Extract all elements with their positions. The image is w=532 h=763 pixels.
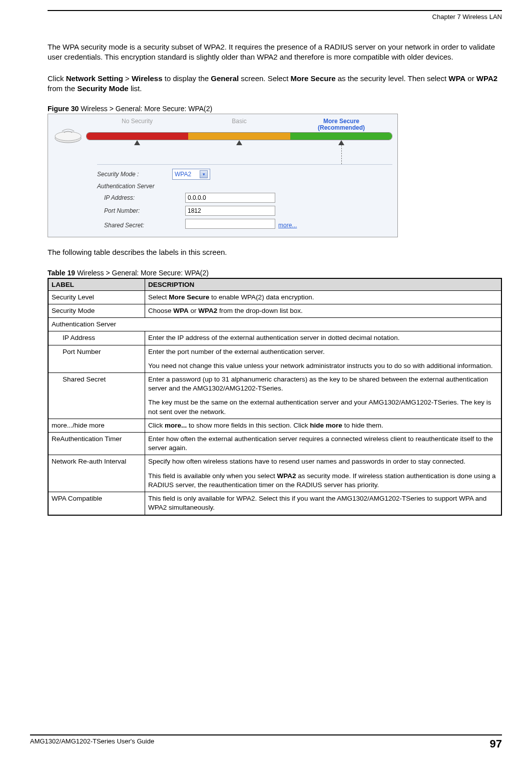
table-row: Authentication Server (48, 318, 501, 331)
security-mode-select[interactable]: WPA2 ▾ (172, 169, 210, 180)
table-row: ReAuthentication Timer Enter how often t… (48, 433, 501, 455)
more-link[interactable]: more... (278, 222, 297, 229)
chevron-down-icon: ▾ (200, 170, 208, 178)
auth-server-label: Authentication Server (97, 183, 172, 190)
table-row: Port Number Enter the port number of the… (48, 345, 501, 372)
table-row: Shared Secret Enter a password (up to 31… (48, 372, 501, 419)
table-row: IP Address Enter the IP address of the e… (48, 331, 501, 345)
page-footer: AMG1302/AMG1202-TSeries User's Guide 97 (30, 734, 502, 750)
intro-paragraph-2: Click Network Setting > Wireless to disp… (48, 74, 502, 94)
th-label: LABEL (48, 278, 145, 291)
th-description: DESCRIPTION (145, 278, 502, 291)
table-row: Security Mode Choose WPA or WPA2 from th… (48, 304, 501, 317)
router-icon (53, 126, 83, 144)
shared-secret-label: Shared Secret: (97, 222, 185, 229)
slider-pointer-icon (338, 140, 344, 145)
ip-address-input[interactable] (185, 193, 275, 203)
port-number-input[interactable] (185, 206, 275, 216)
ip-address-label: IP Address: (97, 194, 185, 201)
security-level-slider[interactable]: No Security Basic More Secure(Recommende… (86, 118, 392, 147)
table-row: WPA Compatible This field is only availa… (48, 492, 501, 515)
slider-label-no-security: No Security (86, 118, 188, 131)
shared-secret-input[interactable] (185, 219, 275, 229)
security-mode-label: Security Mode : (97, 171, 172, 178)
intro-paragraph-1: The WPA security mode is a security subs… (48, 42, 502, 63)
form-panel: Security Mode : WPA2 ▾ Authentication Se… (97, 164, 392, 229)
description-table: LABEL DESCRIPTION Security Level Select … (48, 278, 502, 516)
port-number-label: Port Number: (97, 207, 185, 214)
svg-point-1 (55, 132, 81, 141)
chapter-title: Chapter 7 Wireless LAN (432, 13, 502, 21)
slider-label-more-secure: More Secure(Recommended) (290, 118, 392, 131)
table-caption: Table 19 Wireless > General: More Secure… (48, 269, 502, 277)
page-number: 97 (490, 737, 502, 750)
slider-pointer-icon (236, 140, 242, 145)
page-header: Chapter 7 Wireless LAN (48, 10, 502, 23)
figure-panel: No Security Basic More Secure(Recommende… (48, 114, 398, 237)
figure-caption: Figure 30 Wireless > General: More Secur… (48, 105, 502, 113)
table-header-row: LABEL DESCRIPTION (48, 278, 501, 291)
slider-track (86, 132, 392, 140)
slider-pointer-icon (134, 140, 140, 145)
slider-label-basic: Basic (188, 118, 290, 131)
table-row: Network Re-auth Interval Specify how oft… (48, 455, 501, 492)
table-row: more.../hide more Click more... to show … (48, 419, 501, 432)
table-row: Security Level Select More Secure to ena… (48, 290, 501, 304)
table-intro: The following table describes the labels… (48, 247, 502, 257)
footer-guide: AMG1302/AMG1202-TSeries User's Guide (30, 737, 154, 750)
